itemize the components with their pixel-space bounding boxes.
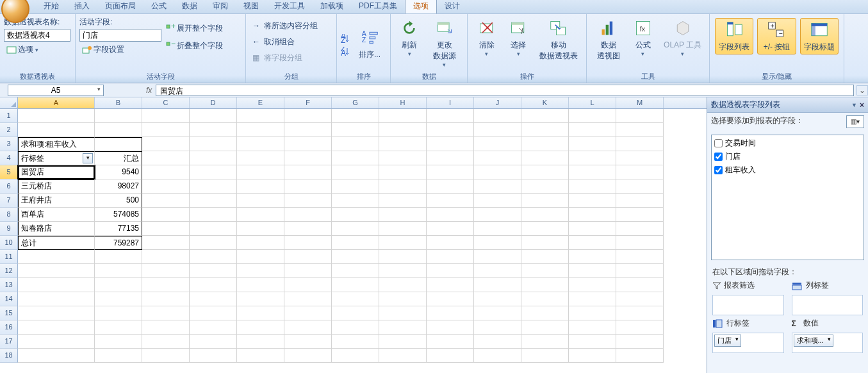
- cell-F13[interactable]: [284, 278, 332, 292]
- cell-I4[interactable]: [427, 151, 474, 165]
- cell-G5[interactable]: [332, 165, 379, 179]
- row-pill[interactable]: 门店: [714, 335, 741, 347]
- tab-view[interactable]: 视图: [236, 0, 266, 13]
- cell-D14[interactable]: [190, 292, 237, 306]
- cell-H6[interactable]: [379, 179, 427, 194]
- cell-C15[interactable]: [142, 306, 190, 320]
- tab-insert[interactable]: 插入: [67, 0, 97, 13]
- group-selection-button[interactable]: →将所选内容分组: [250, 19, 320, 33]
- cell-E2[interactable]: [237, 123, 284, 137]
- cell-H12[interactable]: [379, 264, 427, 278]
- cell-G1[interactable]: [332, 109, 379, 123]
- cell-L15[interactable]: [569, 306, 616, 320]
- tab-pdftool[interactable]: PDF工具集: [351, 0, 405, 13]
- cell-F4[interactable]: [284, 151, 332, 165]
- cell-I2[interactable]: [427, 123, 474, 137]
- cell-J3[interactable]: [474, 137, 521, 151]
- expand-field-button[interactable]: +展开整个字段: [163, 22, 225, 35]
- field-item[interactable]: 门店: [713, 150, 862, 163]
- cell-E4[interactable]: [237, 151, 284, 165]
- cell-F2[interactable]: [284, 123, 332, 137]
- cell-K6[interactable]: [521, 179, 569, 194]
- cell-M13[interactable]: [616, 278, 664, 292]
- move-pt-button[interactable]: 移动 数据透视表: [535, 17, 582, 63]
- cell-B11[interactable]: [95, 250, 142, 264]
- cell-L7[interactable]: [569, 194, 616, 208]
- cell-A10[interactable]: 总计: [18, 236, 95, 250]
- cell-C2[interactable]: [142, 123, 190, 137]
- sort-desc-icon[interactable]: ZA: [341, 47, 351, 57]
- cell-E15[interactable]: [237, 306, 284, 320]
- cell-G11[interactable]: [332, 250, 379, 264]
- cell-E6[interactable]: [237, 179, 284, 194]
- pt-name-input[interactable]: 数据透视表4: [4, 29, 70, 42]
- cell-E9[interactable]: [237, 222, 284, 236]
- field-list[interactable]: 交易时间门店租车收入: [711, 135, 864, 260]
- cell-I6[interactable]: [427, 179, 474, 194]
- cell-E11[interactable]: [237, 250, 284, 264]
- cell-M17[interactable]: [616, 335, 664, 349]
- formulas-button[interactable]: fx公式▾: [627, 17, 659, 58]
- cell-C10[interactable]: [142, 236, 190, 250]
- cell-K8[interactable]: [521, 208, 569, 222]
- cell-L9[interactable]: [569, 222, 616, 236]
- col-header-E[interactable]: E: [237, 97, 284, 108]
- cell-F14[interactable]: [284, 292, 332, 306]
- cell-M3[interactable]: [616, 137, 664, 151]
- cell-K2[interactable]: [521, 123, 569, 137]
- cell-L14[interactable]: [569, 292, 616, 306]
- ungroup-button[interactable]: ←取消组合: [250, 35, 297, 49]
- cell-D15[interactable]: [190, 306, 237, 320]
- col-header-L[interactable]: L: [569, 97, 616, 108]
- cell-G10[interactable]: [332, 236, 379, 250]
- cell-D17[interactable]: [190, 335, 237, 349]
- sort-button[interactable]: AZ 排序...: [354, 26, 386, 62]
- col-header-F[interactable]: F: [284, 97, 332, 108]
- cell-E3[interactable]: [237, 137, 284, 151]
- cell-B13[interactable]: [95, 278, 142, 292]
- cell-G17[interactable]: [332, 335, 379, 349]
- cell-I15[interactable]: [427, 306, 474, 320]
- cell-E10[interactable]: [237, 236, 284, 250]
- cell-M10[interactable]: [616, 236, 664, 250]
- cell-C14[interactable]: [142, 292, 190, 306]
- cell-L8[interactable]: [569, 208, 616, 222]
- cell-D10[interactable]: [190, 236, 237, 250]
- cell-A14[interactable]: [18, 292, 95, 306]
- cell-M4[interactable]: [616, 151, 664, 165]
- field-settings-button[interactable]: 字段设置: [79, 43, 161, 56]
- cell-H7[interactable]: [379, 194, 427, 208]
- row-header-16[interactable]: 16: [0, 320, 18, 335]
- cell-I7[interactable]: [427, 194, 474, 208]
- cell-D16[interactable]: [190, 320, 237, 335]
- cell-K3[interactable]: [521, 137, 569, 151]
- cell-M16[interactable]: [616, 320, 664, 335]
- cell-E7[interactable]: [237, 194, 284, 208]
- cell-D9[interactable]: [190, 222, 237, 236]
- cell-B14[interactable]: [95, 292, 142, 306]
- cell-J5[interactable]: [474, 165, 521, 179]
- col-header-G[interactable]: G: [332, 97, 379, 108]
- cell-I5[interactable]: [427, 165, 474, 179]
- cell-M1[interactable]: [616, 109, 664, 123]
- cell-F16[interactable]: [284, 320, 332, 335]
- row-header-7[interactable]: 7: [0, 194, 18, 208]
- cell-D4[interactable]: [190, 151, 237, 165]
- cell-I3[interactable]: [427, 137, 474, 151]
- cell-A3[interactable]: 求和项:租车收入: [18, 137, 95, 151]
- cell-A9[interactable]: 知春路店: [18, 222, 95, 236]
- cell-F8[interactable]: [284, 208, 332, 222]
- cell-L17[interactable]: [569, 335, 616, 349]
- cell-F10[interactable]: [284, 236, 332, 250]
- cell-E8[interactable]: [237, 208, 284, 222]
- cell-B9[interactable]: 77135: [95, 222, 142, 236]
- cell-K4[interactable]: [521, 151, 569, 165]
- row-header-18[interactable]: 18: [0, 349, 18, 363]
- cell-I9[interactable]: [427, 222, 474, 236]
- cell-D1[interactable]: [190, 109, 237, 123]
- cell-L13[interactable]: [569, 278, 616, 292]
- plus-minus-button[interactable]: +−+/- 按钮: [757, 18, 796, 54]
- cell-L2[interactable]: [569, 123, 616, 137]
- cell-A2[interactable]: [18, 123, 95, 137]
- cell-H5[interactable]: [379, 165, 427, 179]
